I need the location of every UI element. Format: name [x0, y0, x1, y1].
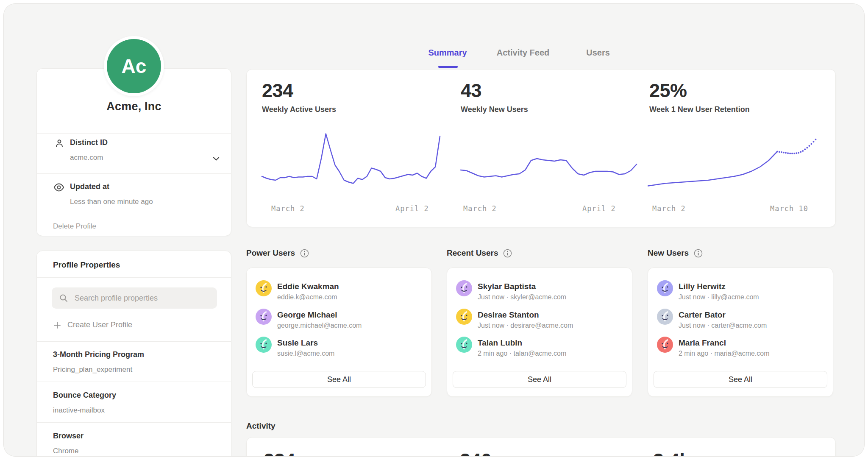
- search-profile-properties-input[interactable]: [52, 287, 217, 309]
- stat-weekly-new-users-label: Weekly New Users: [461, 105, 528, 114]
- property-value: Pricing_plan_experiment: [53, 365, 132, 374]
- activity-stat-value: 234: [264, 449, 295, 457]
- user-subtext: 2 min ago · talan@acme.com: [478, 350, 566, 357]
- user-row[interactable]: Maria Franci2 min ago · maria@acme.com: [648, 268, 833, 295]
- info-icon[interactable]: [694, 249, 703, 258]
- power-users-card: Eddie Kwakmaneddie.k@acme.comGeorge Mich…: [246, 268, 432, 397]
- see-all-button[interactable]: See All: [453, 371, 626, 388]
- divider: [37, 341, 231, 342]
- user-subtext: george.michael@acme.com: [277, 322, 362, 329]
- info-icon[interactable]: [300, 249, 309, 258]
- divider: [37, 133, 231, 134]
- weekly-active-users-chart: [262, 129, 440, 197]
- user-subtext: Just now · carter@acme.com: [679, 322, 767, 329]
- x-tick: March 10: [770, 204, 808, 213]
- power-users-title: Power Users: [246, 248, 295, 258]
- x-tick: April 2: [582, 204, 616, 213]
- updated-at-value: Less than one minute ago: [70, 198, 153, 206]
- active-tab-underline: [438, 66, 458, 68]
- plus-icon: [53, 321, 61, 329]
- updated-at-label: Updated at: [70, 182, 109, 191]
- distinct-id-value: acme.com: [70, 153, 103, 162]
- user-row[interactable]: Susie Larssusie.l@acme.com: [247, 268, 431, 295]
- profile-properties-card: Profile Properties Create User Profile 3…: [36, 251, 231, 457]
- weekly-new-users-chart: [461, 129, 637, 197]
- create-user-profile-button[interactable]: Create User Profile: [53, 321, 132, 329]
- profile-properties-title: Profile Properties: [53, 260, 120, 270]
- user-avatar-face-icon: [657, 309, 673, 325]
- user-subtext: susie.l@acme.com: [277, 350, 334, 357]
- user-subtext: 2 min ago · maria@acme.com: [679, 350, 770, 357]
- activity-title: Activity: [246, 421, 275, 431]
- person-icon: [54, 138, 65, 149]
- company-avatar: Ac: [104, 36, 164, 96]
- user-avatar-face-icon: [456, 309, 472, 325]
- property-name: Browser: [53, 432, 83, 440]
- see-all-button[interactable]: See All: [654, 371, 827, 388]
- new-users-title: New Users: [648, 248, 689, 258]
- eye-icon: [53, 181, 65, 193]
- user-name: Desirae Stanton: [478, 310, 539, 320]
- recent-users-title: Recent Users: [447, 248, 498, 258]
- user-name: Susie Lars: [277, 338, 318, 348]
- company-name: Acme, Inc: [37, 100, 231, 113]
- user-avatar-face-icon: [456, 337, 472, 353]
- x-tick: March 2: [463, 204, 497, 213]
- activity-stat-value: 3.4k: [653, 449, 690, 457]
- user-row[interactable]: Talan Lubin2 min ago · talan@acme.com: [447, 268, 632, 295]
- new-users-card: Lilly HerwitzJust now · lilly@acme.comCa…: [648, 268, 833, 397]
- divider: [37, 173, 231, 174]
- app-window: Ac Acme, Inc Distinct ID acme.com Upda: [3, 3, 865, 457]
- user-name: Maria Franci: [679, 338, 726, 348]
- recent-users-header: Recent Users: [447, 248, 512, 258]
- user-name: Talan Lubin: [478, 338, 522, 348]
- x-tick: April 2: [395, 204, 429, 213]
- stat-weekly-active-users-label: Weekly Active Users: [262, 105, 336, 114]
- divider: [37, 422, 231, 423]
- recent-users-card: Skylar BaptistaJust now · skyler@acme.co…: [447, 268, 632, 397]
- stat-weekly-new-users-value: 43: [461, 80, 481, 102]
- stat-weekly-active-users-value: 234: [262, 80, 293, 102]
- info-icon[interactable]: [503, 249, 512, 258]
- activity-card: 234 240 3.4k: [246, 437, 836, 457]
- delete-profile-button[interactable]: Delete Profile: [53, 222, 96, 231]
- user-avatar-face-icon: [657, 337, 673, 353]
- summary-card: 234 Weekly Active Users March 2 April 2 …: [246, 69, 836, 227]
- create-user-profile-label: Create User Profile: [67, 321, 132, 329]
- user-name: George Michael: [277, 310, 337, 320]
- property-value: inactive-mailbox: [53, 406, 105, 415]
- stat-retention-label: Week 1 New User Retention: [649, 105, 750, 114]
- property-value: Chrome: [53, 447, 78, 455]
- user-avatar-face-icon: [256, 337, 272, 353]
- tab-activity-feed[interactable]: Activity Feed: [497, 48, 549, 58]
- distinct-id-label: Distinct ID: [70, 138, 108, 147]
- divider: [37, 382, 231, 382]
- user-subtext: Just now · desirare@acme.com: [478, 322, 573, 329]
- tab-users[interactable]: Users: [586, 48, 610, 58]
- retention-chart: [648, 129, 823, 197]
- divider: [37, 277, 231, 278]
- chevron-down-icon[interactable]: [211, 153, 221, 164]
- stat-retention-value: 25%: [649, 80, 687, 102]
- company-avatar-initials: Ac: [107, 39, 161, 93]
- divider: [37, 213, 231, 213]
- see-all-button[interactable]: See All: [252, 371, 426, 388]
- activity-stat-value: 240: [460, 449, 492, 457]
- power-users-header: Power Users: [246, 248, 309, 258]
- tab-summary[interactable]: Summary: [428, 48, 467, 58]
- new-users-header: New Users: [648, 248, 703, 258]
- property-name: 3-Month Pricing Program: [53, 350, 144, 359]
- search-icon: [58, 293, 69, 303]
- user-avatar-face-icon: [256, 309, 272, 325]
- x-tick: March 2: [271, 204, 305, 213]
- user-name: Carter Bator: [679, 310, 726, 320]
- x-tick: March 2: [652, 204, 686, 213]
- property-name: Bounce Category: [53, 391, 116, 400]
